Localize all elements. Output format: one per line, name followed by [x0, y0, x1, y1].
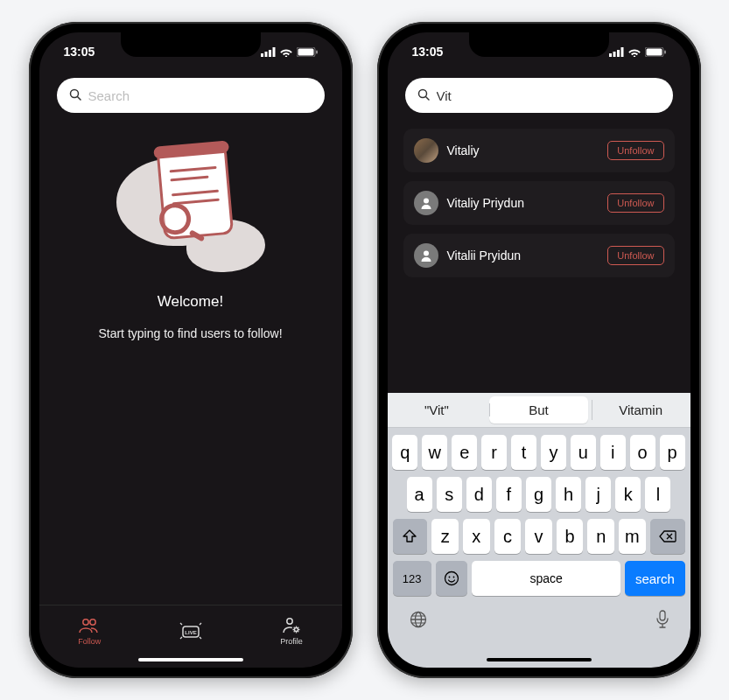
- svg-rect-16: [613, 52, 615, 57]
- wifi-icon: [279, 47, 293, 57]
- keyboard-suggestions: "Vit" But Vitamin: [388, 393, 690, 428]
- avatar: [414, 138, 438, 163]
- space-key[interactable]: space: [472, 561, 620, 596]
- key-u[interactable]: u: [571, 435, 596, 470]
- key-v[interactable]: v: [525, 519, 552, 554]
- search-bar[interactable]: [405, 78, 673, 113]
- dictation-key[interactable]: [655, 610, 669, 633]
- home-indicator[interactable]: [138, 658, 243, 662]
- cellular-signal-icon: [261, 47, 276, 57]
- svg-point-27: [448, 577, 450, 578]
- key-l[interactable]: l: [645, 477, 670, 512]
- search-key[interactable]: search: [625, 561, 684, 596]
- empty-illustration: [116, 141, 265, 272]
- globe-key[interactable]: [409, 610, 428, 633]
- svg-rect-34: [660, 611, 665, 620]
- key-c[interactable]: c: [494, 519, 522, 554]
- key-b[interactable]: b: [557, 519, 584, 554]
- svg-rect-0: [261, 53, 263, 57]
- keyboard: "Vit" But Vitamin q w e r t y u i o p a …: [388, 393, 690, 668]
- unfollow-button[interactable]: Unfollow: [607, 193, 663, 213]
- search-input[interactable]: [437, 88, 661, 103]
- svg-rect-5: [298, 48, 313, 55]
- key-n[interactable]: n: [587, 519, 614, 554]
- user-name: Vitalii Pryidun: [447, 248, 599, 262]
- key-t[interactable]: t: [511, 435, 536, 470]
- key-m[interactable]: m: [619, 519, 646, 554]
- status-indicators: [261, 47, 318, 57]
- suggestion[interactable]: "Vit": [388, 393, 487, 427]
- tab-live[interactable]: LIVE: [179, 621, 202, 640]
- suggestion[interactable]: But: [489, 396, 588, 424]
- key-x[interactable]: x: [463, 519, 490, 554]
- key-z[interactable]: z: [431, 519, 459, 554]
- mode-key[interactable]: 123: [393, 561, 431, 596]
- svg-point-28: [452, 577, 454, 578]
- key-r[interactable]: r: [481, 435, 507, 470]
- key-f[interactable]: f: [496, 477, 522, 512]
- emoji-key[interactable]: [436, 561, 467, 596]
- unfollow-button[interactable]: Unfollow: [607, 141, 663, 160]
- key-h[interactable]: h: [556, 477, 581, 512]
- backspace-key[interactable]: [650, 519, 685, 554]
- keyboard-row: q w e r t y u i o p: [391, 435, 687, 470]
- key-d[interactable]: d: [466, 477, 492, 512]
- svg-rect-21: [664, 50, 666, 53]
- search-icon: [417, 88, 430, 103]
- emoji-icon: [444, 570, 459, 586]
- screen-right: 13:05: [388, 32, 690, 668]
- svg-point-14: [294, 627, 298, 631]
- search-icon: [69, 88, 81, 103]
- unfollow-button[interactable]: Unfollow: [607, 246, 663, 265]
- svg-point-13: [287, 618, 292, 623]
- search-container: [39, 71, 342, 122]
- welcome-subtitle: Start typing to find users to follow!: [98, 326, 282, 340]
- keyboard-row: 123 space search: [391, 561, 687, 596]
- welcome-title: Welcome!: [158, 293, 223, 311]
- avatar: [414, 243, 438, 268]
- user-row[interactable]: Vitaliy Unfollow: [403, 129, 675, 172]
- user-row[interactable]: Vitaliy Priydun Unfollow: [403, 181, 675, 225]
- battery-icon: [297, 47, 318, 57]
- key-e[interactable]: e: [452, 435, 477, 470]
- svg-line-8: [77, 96, 81, 100]
- svg-rect-1: [264, 52, 267, 57]
- svg-point-25: [424, 251, 429, 256]
- key-p[interactable]: p: [660, 435, 685, 470]
- search-input[interactable]: [88, 88, 312, 103]
- key-g[interactable]: g: [526, 477, 551, 512]
- shift-key[interactable]: [393, 519, 428, 554]
- suggestion[interactable]: Vitamin: [592, 393, 690, 427]
- battery-icon: [645, 47, 666, 57]
- key-y[interactable]: y: [541, 435, 566, 470]
- key-s[interactable]: s: [437, 477, 462, 512]
- tab-profile[interactable]: Profile: [280, 616, 303, 646]
- key-j[interactable]: j: [585, 477, 611, 512]
- svg-rect-3: [272, 47, 275, 57]
- avatar: [414, 191, 438, 215]
- key-q[interactable]: q: [392, 435, 417, 470]
- svg-point-9: [83, 619, 88, 624]
- key-w[interactable]: w: [422, 435, 447, 470]
- search-results: Vitaliy Unfollow Vitaliy Priydun Unfollo…: [388, 122, 690, 277]
- svg-line-23: [425, 96, 429, 100]
- tab-follow[interactable]: Follow: [78, 616, 101, 646]
- svg-rect-2: [269, 50, 271, 57]
- home-indicator[interactable]: [487, 658, 592, 662]
- keyboard-row: a s d f g h j k l: [391, 477, 687, 512]
- wifi-icon: [627, 47, 641, 57]
- keyboard-bottom: [391, 603, 687, 633]
- search-bar[interactable]: [57, 78, 325, 113]
- svg-text:LIVE: LIVE: [185, 630, 196, 635]
- key-a[interactable]: a: [407, 477, 432, 512]
- user-name: Vitaliy: [447, 144, 599, 158]
- notch: [121, 32, 261, 57]
- spacer: [388, 277, 690, 393]
- key-o[interactable]: o: [630, 435, 655, 470]
- key-i[interactable]: i: [600, 435, 626, 470]
- key-k[interactable]: k: [615, 477, 641, 512]
- cellular-signal-icon: [609, 47, 624, 57]
- notch: [469, 32, 609, 57]
- status-time: 13:05: [64, 45, 95, 59]
- user-row[interactable]: Vitalii Pryidun Unfollow: [403, 234, 675, 277]
